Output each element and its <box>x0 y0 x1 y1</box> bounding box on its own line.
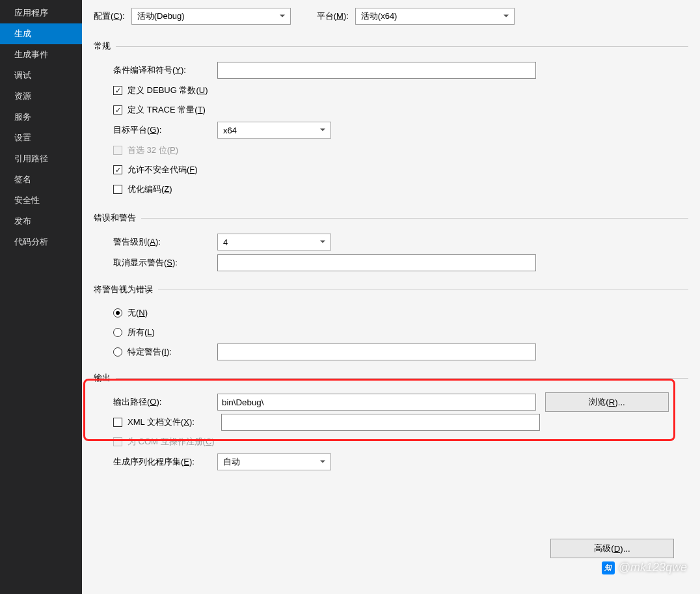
section-output: 输出 <box>94 372 688 384</box>
target-label: 目标平台(G): <box>113 124 217 136</box>
target-combo[interactable]: x64 <box>217 122 331 139</box>
xml-checkbox[interactable] <box>113 418 122 427</box>
trace-checkbox[interactable] <box>113 105 122 115</box>
output-path-input[interactable] <box>217 394 536 411</box>
sidebar-item-security[interactable]: 安全性 <box>0 190 82 211</box>
section-treat-as-error: 将警告视为错误 <box>94 284 688 295</box>
warn-level-label: 警告级别(A): <box>113 236 217 248</box>
sidebar-item-analysis[interactable]: 代码分析 <box>0 232 82 252</box>
com-checkbox <box>113 437 122 446</box>
advanced-button[interactable]: 高级(D)... <box>550 539 674 558</box>
treat-none-radio[interactable] <box>113 308 122 317</box>
serial-label: 生成序列化程序集(E): <box>113 456 217 468</box>
output-path-label: 输出路径(O): <box>113 396 217 408</box>
treat-all-label: 所有(L) <box>128 327 155 338</box>
browse-button[interactable]: 浏览(R)... <box>545 392 669 412</box>
watermark: 知 @mk123qwe <box>602 561 687 574</box>
sidebar-item-signing[interactable]: 签名 <box>0 169 82 190</box>
treat-specific-radio[interactable] <box>113 347 122 357</box>
platform-combo[interactable]: 活动(x64) <box>355 8 515 25</box>
xml-input[interactable] <box>221 414 540 431</box>
sidebar-item-build[interactable]: 生成 <box>0 23 82 44</box>
config-combo[interactable]: 活动(Debug) <box>131 8 291 25</box>
sidebar-item-app[interactable]: 应用程序 <box>0 3 82 23</box>
section-general: 常规 <box>94 40 688 52</box>
sidebar: 应用程序 生成 生成事件 调试 资源 服务 设置 引用路径 签名 安全性 发布 … <box>0 0 82 594</box>
prefer32-checkbox <box>113 146 122 155</box>
unsafe-label: 允许不安全代码(F) <box>128 164 198 176</box>
xml-label: XML 文档文件(X): <box>128 416 212 428</box>
symbols-label: 条件编译和符号(Y): <box>113 64 217 76</box>
platform-label: 平台(M): <box>317 10 349 22</box>
sidebar-item-services[interactable]: 服务 <box>0 107 82 128</box>
sidebar-item-build-events[interactable]: 生成事件 <box>0 44 82 65</box>
debug-checkbox[interactable] <box>113 86 122 95</box>
suppress-input[interactable] <box>217 254 536 271</box>
sidebar-item-debug[interactable]: 调试 <box>0 65 82 86</box>
treat-none-label: 无(N) <box>128 307 148 319</box>
optimize-checkbox[interactable] <box>113 185 122 194</box>
prefer32-label: 首选 32 位(P) <box>128 144 178 156</box>
sidebar-item-settings[interactable]: 设置 <box>0 128 82 148</box>
debug-label: 定义 DEBUG 常数(U) <box>128 85 208 96</box>
sidebar-item-publish[interactable]: 发布 <box>0 211 82 232</box>
section-errors: 错误和警告 <box>94 212 688 224</box>
main-panel: 配置(C): 活动(Debug) 平台(M): 活动(x64) 常规 条件编译和… <box>82 0 700 594</box>
serial-combo[interactable]: 自动 <box>217 453 331 470</box>
symbols-input[interactable] <box>217 62 536 79</box>
treat-specific-input[interactable] <box>217 344 536 360</box>
optimize-label: 优化编码(Z) <box>128 183 172 195</box>
warn-level-combo[interactable]: 4 <box>217 234 331 250</box>
sidebar-item-resources[interactable]: 资源 <box>0 86 82 107</box>
config-label: 配置(C): <box>94 10 125 22</box>
suppress-label: 取消显示警告(S): <box>113 257 217 269</box>
sidebar-item-refpaths[interactable]: 引用路径 <box>0 148 82 169</box>
zhihu-icon: 知 <box>602 561 615 574</box>
com-label: 为 COM 互操作注册(C) <box>128 436 215 448</box>
treat-all-radio[interactable] <box>113 328 122 337</box>
treat-specific-label: 特定警告(I): <box>128 346 202 358</box>
unsafe-checkbox[interactable] <box>113 165 122 174</box>
config-bar: 配置(C): 活动(Debug) 平台(M): 活动(x64) <box>94 8 688 25</box>
trace-label: 定义 TRACE 常量(T) <box>128 104 206 116</box>
